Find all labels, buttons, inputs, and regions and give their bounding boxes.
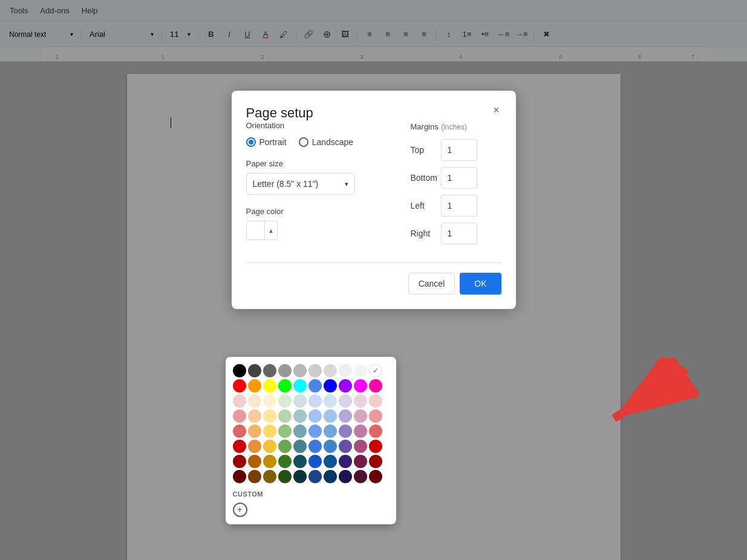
color-darkblue[interactable] [324,379,337,392]
c33[interactable] [278,394,292,408]
c65[interactable] [308,440,322,453]
c47[interactable] [339,409,352,423]
c59[interactable] [369,425,382,438]
left-margin-input[interactable] [441,195,477,217]
color-purple[interactable] [339,379,352,392]
c42[interactable] [263,409,276,423]
c61[interactable] [248,440,261,453]
c32[interactable] [263,394,276,408]
c68[interactable] [354,440,367,453]
c71[interactable] [248,455,261,468]
c38[interactable] [354,394,367,408]
c79[interactable] [369,455,382,468]
color-verylightgray[interactable] [339,364,352,377]
color-cyan[interactable] [293,379,307,392]
c53[interactable] [278,425,292,438]
c64[interactable] [293,440,307,453]
c55[interactable] [308,425,322,438]
color-pink[interactable] [369,379,382,392]
color-black[interactable] [233,364,246,377]
c44[interactable] [293,409,307,423]
c84[interactable] [293,470,307,483]
c80[interactable] [233,470,246,483]
c31[interactable] [248,394,261,408]
color-white[interactable] [369,364,382,377]
color-blue[interactable] [308,379,322,392]
color-row-5 [233,425,389,438]
portrait-label: Portrait [259,137,287,147]
c77[interactable] [339,455,352,468]
cancel-button[interactable]: Cancel [408,273,455,295]
color-row-7 [233,455,389,468]
c43[interactable] [278,409,292,423]
c57[interactable] [339,425,352,438]
c54[interactable] [293,425,307,438]
color-darkgray2[interactable] [263,364,276,377]
add-custom-color-button[interactable]: + [233,503,247,517]
c40[interactable] [233,409,246,423]
c48[interactable] [354,409,367,423]
c85[interactable] [308,470,322,483]
portrait-radio[interactable] [246,137,256,147]
color-darkgray1[interactable] [248,364,261,377]
c62[interactable] [263,440,276,453]
c66[interactable] [324,440,337,453]
c49[interactable] [369,409,382,423]
c82[interactable] [263,470,276,483]
color-red[interactable] [233,379,246,392]
landscape-option[interactable]: Landscape [299,137,354,147]
color-lightgray3[interactable] [324,364,337,377]
c63[interactable] [278,440,292,453]
c74[interactable] [293,455,307,468]
c70[interactable] [233,455,246,468]
c46[interactable] [324,409,337,423]
orientation-row: Portrait Landscape [246,137,391,147]
c81[interactable] [248,470,261,483]
c78[interactable] [354,455,367,468]
color-picker-popup: CUSTOM + [226,357,396,524]
right-margin-input[interactable] [441,223,477,244]
c87[interactable] [339,470,352,483]
c83[interactable] [278,470,292,483]
color-yellow[interactable] [263,379,276,392]
c89[interactable] [369,470,382,483]
color-gray[interactable] [278,364,292,377]
c58[interactable] [354,425,367,438]
landscape-radio[interactable] [299,137,308,147]
color-green[interactable] [278,379,292,392]
c41[interactable] [248,409,261,423]
c73[interactable] [278,455,292,468]
c76[interactable] [324,455,337,468]
c75[interactable] [308,455,322,468]
c39[interactable] [369,394,382,408]
c50[interactable] [233,425,246,438]
color-lightgray1[interactable] [293,364,307,377]
page-color-button[interactable]: ▲ [246,221,278,240]
close-button[interactable]: × [487,100,506,120]
c45[interactable] [308,409,322,423]
c56[interactable] [324,425,337,438]
c35[interactable] [308,394,322,408]
top-margin-input[interactable] [441,139,477,161]
c88[interactable] [354,470,367,483]
c72[interactable] [263,455,276,468]
c52[interactable] [263,425,276,438]
color-nearwhite[interactable] [354,364,367,377]
bottom-margin-input[interactable] [441,167,477,189]
paper-size-select[interactable]: Letter (8.5" x 11") ▾ [246,173,355,195]
c30[interactable] [233,394,246,408]
c51[interactable] [248,425,261,438]
c34[interactable] [293,394,307,408]
ok-button[interactable]: OK [460,273,501,295]
c60[interactable] [233,440,246,453]
color-orange[interactable] [248,379,261,392]
c36[interactable] [324,394,337,408]
c69[interactable] [369,440,382,453]
color-lightgray2[interactable] [308,364,322,377]
c86[interactable] [324,470,337,483]
c67[interactable] [339,440,352,453]
portrait-option[interactable]: Portrait [246,137,287,147]
c37[interactable] [339,394,352,408]
color-magenta[interactable] [354,379,367,392]
color-row-4 [233,409,389,423]
